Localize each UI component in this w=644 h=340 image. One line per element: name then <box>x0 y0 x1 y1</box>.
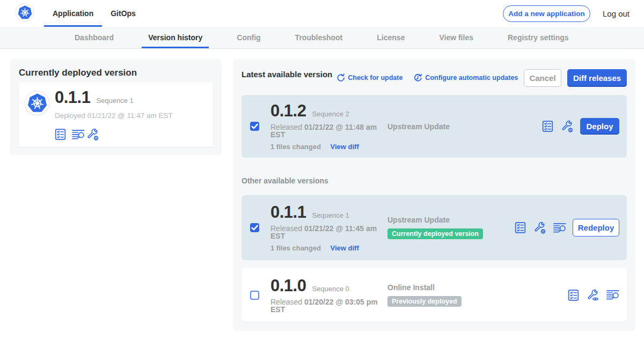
config-settings-icon[interactable] <box>560 120 574 133</box>
files-changed-row: 1 files changed View diff <box>270 245 387 252</box>
deploy-logs-icon[interactable] <box>553 223 566 233</box>
config-settings-icon[interactable] <box>86 128 99 141</box>
deploy-logs-icon[interactable] <box>72 129 85 140</box>
version-info-column: 0.1.0 Sequence 0 Released 01/20/22 @ 03:… <box>270 277 387 313</box>
preflight-checks-icon[interactable] <box>542 121 553 132</box>
view-diff-link[interactable]: View diff <box>331 244 359 252</box>
files-changed-row: 1 files changed View diff <box>270 143 387 150</box>
preflight-checks-icon[interactable] <box>515 222 526 233</box>
version-number: 0.1.1 <box>270 204 306 221</box>
logout-link[interactable]: Log out <box>603 9 630 18</box>
deployed-version-card: 0.1.1 Sequence 1 Deployed 01/21/22 @ 11:… <box>19 82 213 147</box>
kubernetes-logo-icon <box>18 5 32 20</box>
subtab-registry-settings[interactable]: Registry settings <box>501 27 575 48</box>
subtab-license[interactable]: License <box>370 27 411 48</box>
deployed-action-icons <box>55 128 173 141</box>
configure-automatic-updates-link[interactable]: Configure automatic updates <box>413 73 518 82</box>
add-application-button[interactable]: Add a new application <box>503 5 590 22</box>
version-row-0-1-2: 0.1.2 Sequence 2 Released 01/21/22 @ 11:… <box>241 95 627 158</box>
other-versions-title: Other available versions <box>241 177 627 185</box>
currently-deployed-card: Currently deployed version 0.1.1 Sequenc… <box>10 59 222 155</box>
cancel-button[interactable]: Cancel <box>524 69 561 87</box>
released-timestamp: Released 01/20/22 @ 03:05 pm EST <box>270 298 387 313</box>
deploy-logs-icon[interactable] <box>606 290 619 300</box>
version-info-column: 0.1.1 Sequence 1 Released 01/21/22 @ 11:… <box>270 204 387 252</box>
check-for-update-label: Check for update <box>348 74 402 82</box>
currently-deployed-title: Currently deployed version <box>19 68 213 78</box>
version-title-row: 0.1.1 Sequence 1 <box>270 204 387 221</box>
top-tabs: Application GitOps <box>44 0 144 27</box>
top-nav-right: Add a new application Log out <box>503 0 630 27</box>
previously-deployed-badge: Previously deployed <box>387 296 462 307</box>
currently-deployed-badge: Currently deployed version <box>387 228 483 239</box>
files-changed-label: 1 files changed <box>270 244 321 252</box>
version-source-label: Online Install <box>387 284 561 291</box>
top-nav: Application GitOps Add a new application… <box>0 0 644 27</box>
version-source-label: Upstream Update <box>387 123 535 130</box>
deployed-app-logo <box>25 91 49 115</box>
sub-nav: Dashboard Version history Config Trouble… <box>0 27 644 49</box>
subtab-config[interactable]: Config <box>230 27 267 48</box>
deploy-button[interactable]: Deploy <box>580 118 619 135</box>
preflight-checks-icon[interactable] <box>568 290 579 301</box>
kubernetes-logo-icon <box>27 93 47 113</box>
latest-available-title: Latest available version <box>241 70 332 79</box>
version-row-0-1-1: 0.1.1 Sequence 1 Released 01/21/22 @ 11:… <box>241 195 627 260</box>
files-changed-label: 1 files changed <box>270 143 321 151</box>
subtab-dashboard[interactable]: Dashboard <box>68 27 120 48</box>
version-title-row: 0.1.2 Sequence 2 <box>270 102 387 120</box>
version-number: 0.1.2 <box>270 102 306 120</box>
version-checkbox[interactable] <box>250 223 259 232</box>
config-settings-icon[interactable] <box>533 221 546 234</box>
released-timestamp: Released 01/21/22 @ 11:48 am EST <box>270 123 387 138</box>
version-row-0-1-0: 0.1.0 Sequence 0 Released 01/20/22 @ 03:… <box>241 268 627 322</box>
version-source-column: Upstream Update <box>387 123 535 130</box>
version-actions: Redeploy <box>508 219 619 236</box>
version-checkbox[interactable] <box>250 291 259 300</box>
version-source-column: Upstream Update Currently deployed versi… <box>387 216 508 239</box>
subtab-version-history[interactable]: Version history <box>142 27 209 48</box>
version-source-label: Upstream Update <box>387 216 508 224</box>
version-source-column: Online Install Previously deployed <box>387 284 561 307</box>
configure-updates-label: Configure automatic updates <box>425 74 518 82</box>
version-actions: Deploy <box>535 118 619 135</box>
app-logo <box>16 4 33 21</box>
check-for-update-link[interactable]: Check for update <box>336 73 402 82</box>
version-actions <box>561 289 619 302</box>
version-checkbox[interactable] <box>250 122 259 131</box>
latest-version-header: Latest available version Check for updat… <box>241 69 627 87</box>
view-diff-link[interactable]: View diff <box>331 143 359 151</box>
schedule-update-icon <box>413 73 422 82</box>
deployed-sequence-label: Sequence 1 <box>96 97 133 105</box>
preflight-checks-icon[interactable] <box>55 129 66 140</box>
version-history-panel: Latest available version Check for updat… <box>233 59 635 331</box>
sequence-label: Sequence 1 <box>312 211 349 219</box>
sequence-label: Sequence 0 <box>312 285 349 293</box>
subtab-view-files[interactable]: View files <box>433 27 480 48</box>
deployed-timestamp: Deployed 01/21/22 @ 11:47 am EST <box>55 112 173 120</box>
sequence-label: Sequence 2 <box>312 110 349 118</box>
redeploy-button[interactable]: Redeploy <box>573 219 619 236</box>
diff-releases-button[interactable]: Diff releases <box>567 69 627 87</box>
config-view-icon[interactable] <box>586 289 599 302</box>
refresh-icon <box>336 73 345 82</box>
tab-gitops[interactable]: GitOps <box>102 0 144 27</box>
version-number: 0.1.0 <box>270 277 306 294</box>
version-title-row: 0.1.0 Sequence 0 <box>270 277 387 294</box>
version-info-column: 0.1.2 Sequence 2 Released 01/21/22 @ 11:… <box>270 102 387 150</box>
tab-application[interactable]: Application <box>44 0 102 27</box>
deployed-version-info: 0.1.1 Sequence 1 Deployed 01/21/22 @ 11:… <box>55 91 173 141</box>
subtab-troubleshoot[interactable]: Troubleshoot <box>289 27 349 48</box>
deployed-version-row: 0.1.1 Sequence 1 <box>55 90 173 106</box>
released-timestamp: Released 01/21/22 @ 11:45 am EST <box>270 225 387 240</box>
deployed-version-number: 0.1.1 <box>55 90 90 106</box>
app-root: Application GitOps Add a new application… <box>0 0 644 340</box>
